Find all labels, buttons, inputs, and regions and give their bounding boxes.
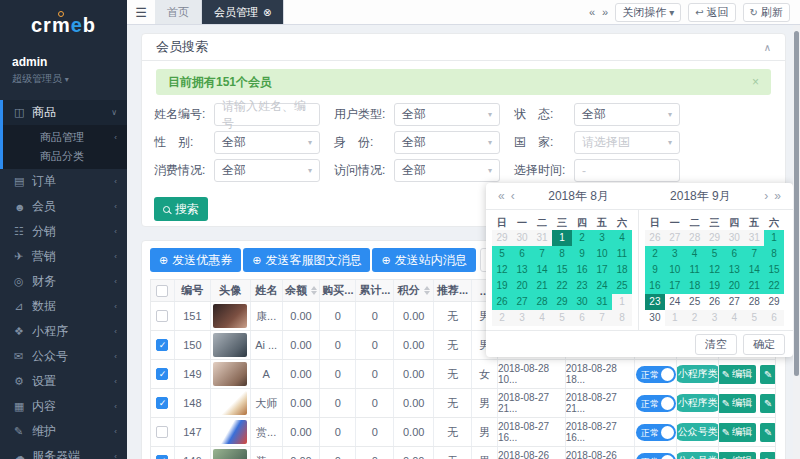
next-year-icon[interactable]: » <box>771 189 784 203</box>
consume-select[interactable]: 全部▾ <box>214 159 320 182</box>
dp-day[interactable]: 27 <box>665 230 685 246</box>
dp-day[interactable]: 29 <box>492 230 512 246</box>
dp-day[interactable]: 1 <box>665 310 685 326</box>
country-select[interactable]: 请选择国▾ <box>574 131 680 154</box>
dp-day[interactable]: 28 <box>532 294 552 310</box>
dp-day[interactable]: 14 <box>744 262 764 278</box>
dp-day[interactable]: 5 <box>705 246 725 262</box>
dp-day[interactable]: 28 <box>685 230 705 246</box>
dp-day[interactable]: 16 <box>572 262 592 278</box>
dp-day[interactable]: 11 <box>612 246 632 262</box>
select-all-checkbox[interactable] <box>156 285 168 297</box>
dp-day[interactable]: 16 <box>645 278 665 294</box>
next-month-icon[interactable]: › <box>761 189 771 203</box>
edit-button[interactable]: ✎编辑 <box>719 394 756 413</box>
name-no-input[interactable]: 请输入姓名、编号 <box>214 103 320 126</box>
row-checkbox[interactable]: ✓ <box>156 368 168 380</box>
dp-day[interactable]: 27 <box>512 294 532 310</box>
dp-day[interactable]: 25 <box>685 294 705 310</box>
send-service-msg-button[interactable]: ⊕发送客服图文消息 <box>243 248 370 272</box>
dp-day[interactable]: 29 <box>552 294 572 310</box>
dp-day[interactable]: 31 <box>592 294 612 310</box>
dp-day[interactable]: 22 <box>764 278 784 294</box>
dp-day[interactable]: 24 <box>592 278 612 294</box>
sort-icon[interactable] <box>424 286 430 295</box>
sidebar-item-settings[interactable]: ⚙设置‹ <box>0 369 127 394</box>
dp-day[interactable]: 30 <box>645 310 665 326</box>
dp-day[interactable]: 13 <box>724 262 744 278</box>
sidebar-item-content[interactable]: ▦内容‹ <box>0 394 127 419</box>
dp-day[interactable]: 4 <box>532 310 552 326</box>
edit-icon-button[interactable]: ✎ <box>760 423 775 442</box>
dp-day[interactable]: 3 <box>592 230 612 246</box>
dp-day[interactable]: 15 <box>764 262 784 278</box>
status-toggle[interactable]: 正常 <box>636 424 676 441</box>
status-toggle[interactable]: 正常 <box>636 366 676 383</box>
dp-day[interactable]: 8 <box>552 246 572 262</box>
dp-day[interactable]: 19 <box>492 278 512 294</box>
send-coupon-button[interactable]: ⊕发送优惠券 <box>150 248 241 272</box>
dp-day[interactable]: 17 <box>665 278 685 294</box>
dp-day[interactable]: 23 <box>645 294 665 310</box>
sidebar-subitem-goods-manage[interactable]: 商品管理‹ <box>3 128 127 147</box>
sidebar-item-order[interactable]: ▤订单‹ <box>0 169 127 194</box>
sidebar-collapse-button[interactable]: ☰ <box>127 0 155 24</box>
edit-icon-button[interactable]: ✎ <box>760 365 775 384</box>
dp-day[interactable]: 3 <box>512 310 532 326</box>
dp-day[interactable]: 6 <box>512 246 532 262</box>
row-checkbox[interactable] <box>156 310 168 322</box>
dp-day[interactable]: 6 <box>572 310 592 326</box>
time-range-input[interactable]: - <box>574 159 680 182</box>
dp-day[interactable]: 14 <box>532 262 552 278</box>
tab-member-manage[interactable]: 会员管理⊗ <box>202 0 284 24</box>
dp-day[interactable]: 31 <box>744 230 764 246</box>
edit-icon-button[interactable]: ✎ <box>760 452 775 459</box>
dp-day[interactable]: 27 <box>724 294 744 310</box>
dp-day[interactable]: 31 <box>532 230 552 246</box>
edit-icon-button[interactable]: ✎ <box>760 394 775 413</box>
dp-day[interactable]: 12 <box>705 262 725 278</box>
dp-day[interactable]: 18 <box>612 262 632 278</box>
close-icon[interactable]: × <box>752 75 759 89</box>
user-role-dropdown[interactable]: 超级管理员 ▾ <box>12 72 115 86</box>
dp-day[interactable]: 12 <box>492 262 512 278</box>
sidebar-item-member[interactable]: ☻会员‹ <box>0 194 127 219</box>
dp-day[interactable]: 2 <box>572 230 592 246</box>
collapse-panel-icon[interactable]: ∧ <box>764 42 771 53</box>
dp-day[interactable]: 30 <box>724 230 744 246</box>
dp-day[interactable]: 5 <box>492 246 512 262</box>
dp-day[interactable]: 29 <box>764 294 784 310</box>
sidebar-item-wechat[interactable]: ✉公众号‹ <box>0 344 127 369</box>
dp-day[interactable]: 28 <box>744 294 764 310</box>
edit-button[interactable]: ✎编辑 <box>719 423 756 442</box>
dp-day[interactable]: 17 <box>592 262 612 278</box>
dp-day[interactable]: 21 <box>532 278 552 294</box>
dp-day[interactable]: 6 <box>764 310 784 326</box>
dp-day[interactable]: 24 <box>665 294 685 310</box>
row-checkbox[interactable] <box>156 426 168 438</box>
dp-day[interactable]: 4 <box>612 230 632 246</box>
dp-day[interactable]: 2 <box>645 246 665 262</box>
scrollbar-thumb[interactable] <box>794 31 799 376</box>
dp-day[interactable]: 1 <box>612 294 632 310</box>
prev-month-icon[interactable]: ‹ <box>508 189 518 203</box>
dp-day[interactable]: 21 <box>744 278 764 294</box>
dp-day[interactable]: 15 <box>552 262 572 278</box>
dp-day[interactable]: 1 <box>552 230 572 246</box>
dp-day[interactable]: 6 <box>724 246 744 262</box>
row-checkbox[interactable]: ✓ <box>156 455 168 459</box>
dp-day[interactable]: 4 <box>685 246 705 262</box>
dp-day[interactable]: 9 <box>645 262 665 278</box>
dp-day[interactable]: 9 <box>572 246 592 262</box>
status-toggle[interactable]: 正常 <box>636 395 676 412</box>
left-month-title[interactable]: 2018年 8月 <box>518 188 640 205</box>
dp-day[interactable]: 30 <box>512 230 532 246</box>
dp-day[interactable]: 19 <box>705 278 725 294</box>
dp-day[interactable]: 20 <box>724 278 744 294</box>
dp-day[interactable]: 26 <box>705 294 725 310</box>
dp-day[interactable]: 30 <box>572 294 592 310</box>
dp-day[interactable]: 8 <box>612 310 632 326</box>
dp-day[interactable]: 7 <box>592 310 612 326</box>
edit-button[interactable]: ✎编辑 <box>719 452 756 459</box>
dp-day[interactable]: 23 <box>572 278 592 294</box>
